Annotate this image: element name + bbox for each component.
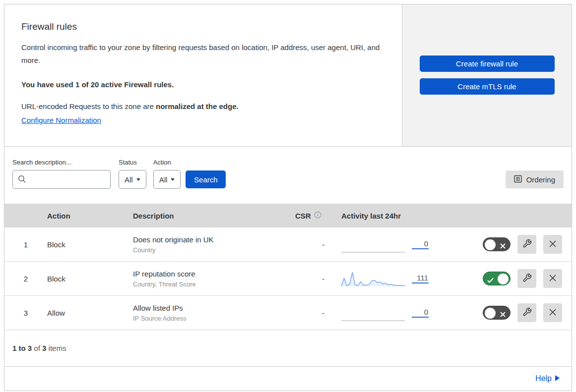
delete-rule-button[interactable] (543, 235, 562, 254)
page-description: Control incoming traffic to your zone by… (21, 41, 380, 67)
activity-sparkline (341, 270, 405, 287)
status-selected-value: All (125, 175, 133, 184)
intro-section: Firewall rules Control incoming traffic … (4, 4, 572, 147)
activity-sparkline (341, 235, 405, 253)
firewall-rules-card: Firewall rules Control incoming traffic … (4, 4, 572, 391)
rule-action: Block (47, 240, 133, 249)
rule-action: Block (47, 275, 133, 283)
table-row: 3 Allow Allow listed IPs IP Source Addre… (4, 296, 572, 330)
ordering-button-label: Ordering (526, 175, 555, 184)
help-label: Help (535, 374, 552, 383)
help-link[interactable]: Help (535, 374, 560, 383)
enable-toggle[interactable] (483, 306, 511, 320)
rule-description-cell: IP reputation score Country, Threat Scor… (133, 270, 282, 288)
normalization-note: URL-encoded Requests to this zone are no… (21, 100, 380, 127)
delete-rule-button[interactable] (543, 303, 562, 322)
edit-rule-button[interactable] (517, 269, 536, 288)
toggle-x-icon (500, 242, 506, 250)
close-icon (549, 240, 557, 249)
close-icon (549, 308, 557, 318)
edit-rule-button[interactable] (517, 303, 536, 322)
close-icon (549, 274, 557, 283)
items-text: items (46, 344, 66, 352)
toggle-knob (485, 308, 496, 319)
create-firewall-rule-button[interactable]: Create firewall rule (420, 56, 555, 72)
rule-fields: Country, Threat Score (133, 280, 282, 288)
configure-normalization-link[interactable]: Configure Normalization (21, 114, 101, 127)
search-icon (18, 175, 26, 185)
chevron-down-icon (136, 178, 140, 181)
info-icon[interactable] (314, 211, 321, 220)
pagination-summary: 1 to 3 of 3 items (4, 330, 572, 367)
toggle-check-icon (487, 276, 494, 284)
edit-rule-button[interactable] (517, 235, 536, 254)
action-filter-group: Action All (153, 159, 181, 189)
delete-rule-button[interactable] (543, 269, 562, 288)
toggle-knob (498, 274, 509, 284)
rule-activity-cell: 0 (336, 304, 483, 322)
range-text: 1 to 3 (12, 344, 32, 352)
table-row: 2 Block IP reputation score Country, Thr… (4, 262, 572, 296)
search-input[interactable] (12, 170, 111, 189)
rule-activity-cell: 0 (336, 235, 483, 253)
activity-count-link[interactable]: 0 (412, 239, 429, 249)
rule-title: Allow listed IPs (133, 304, 282, 312)
create-mtls-rule-button[interactable]: Create mTLS rule (420, 78, 555, 95)
list-document-icon (514, 175, 522, 184)
search-group: Search description... (12, 159, 111, 189)
wrench-icon (522, 273, 532, 284)
column-csr: CSR (282, 211, 336, 220)
rule-title: IP reputation score (133, 270, 282, 278)
ordering-button[interactable]: Ordering (506, 170, 564, 188)
column-description: Description (133, 212, 282, 220)
status-select[interactable]: All (119, 170, 146, 189)
normalization-bold: normalized at the edge. (156, 102, 239, 111)
toggle-knob (485, 239, 496, 250)
search-button[interactable]: Search (186, 170, 226, 188)
status-label: Status (119, 159, 146, 166)
wrench-icon (522, 307, 532, 318)
rule-priority: 1 (4, 240, 47, 249)
intro-text-panel: Firewall rules Control incoming traffic … (4, 4, 402, 146)
activity-count-link[interactable]: 0 (412, 308, 429, 318)
enable-toggle[interactable] (483, 272, 511, 285)
column-activity: Activity last 24hr (336, 212, 572, 220)
rule-csr: - (282, 240, 336, 249)
rule-activity-cell: 111 (336, 270, 483, 287)
normalization-prefix: URL-encoded Requests to this zone are (21, 102, 156, 111)
table-header: Action Description CSR Activity last 24h… (4, 204, 572, 227)
enable-toggle[interactable] (483, 237, 511, 251)
activity-count-link[interactable]: 111 (412, 274, 429, 283)
search-label: Search description... (12, 159, 111, 166)
action-label: Action (153, 159, 181, 166)
action-selected-value: All (159, 175, 168, 184)
of-text: of (32, 344, 42, 352)
rule-description-cell: Allow listed IPs IP Source Address (133, 304, 282, 322)
toggle-x-icon (500, 310, 506, 319)
help-section: Help (4, 367, 572, 391)
rule-controls (483, 303, 572, 322)
chevron-down-icon (171, 178, 175, 181)
rule-controls (483, 235, 572, 254)
table-row: 1 Block Does not originate in UK Country… (4, 227, 572, 262)
page-title: Firewall rules (21, 21, 380, 32)
rule-title: Does not originate in UK (133, 235, 282, 244)
status-filter-group: Status All (119, 159, 146, 189)
column-action: Action (47, 212, 133, 220)
arrow-right-icon (555, 374, 560, 383)
actions-panel: Create firewall rule Create mTLS rule (402, 4, 572, 146)
rule-priority: 3 (4, 309, 47, 317)
rule-fields: IP Source Address (133, 315, 282, 322)
wrench-icon (522, 239, 532, 250)
rule-description-cell: Does not originate in UK Country (133, 235, 282, 254)
rule-controls (483, 269, 572, 288)
filter-bar: Search description... Status All Action … (4, 147, 572, 204)
activity-sparkline (341, 304, 405, 322)
rule-csr: - (282, 309, 336, 317)
rule-fields: Country (133, 246, 282, 254)
rule-priority: 2 (4, 275, 47, 283)
rule-action: Allow (47, 309, 133, 317)
csr-header-label: CSR (295, 212, 311, 220)
action-select[interactable]: All (153, 170, 181, 189)
usage-note: You have used 1 of 20 active Firewall ru… (21, 80, 380, 89)
